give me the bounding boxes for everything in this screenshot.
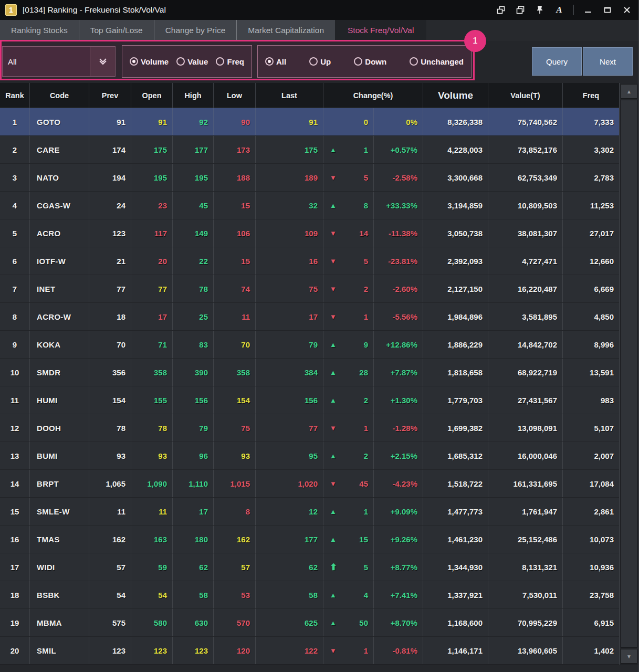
scroll-up-icon[interactable]: ▲ <box>621 84 637 99</box>
scrollbar-thumb[interactable] <box>621 100 637 648</box>
tab-stock-freq-vol-val[interactable]: Stock Freq/Vol/Val <box>335 20 426 41</box>
col-header-low[interactable]: Low <box>214 83 256 108</box>
cell-code: TMAS <box>30 526 89 553</box>
cell-prev: 57 <box>89 553 131 581</box>
radio-volume[interactable]: Volume <box>130 57 169 66</box>
cell-value: 68,922,719 <box>488 359 563 386</box>
restore-down-icon[interactable] <box>496 5 506 15</box>
cell-open: 91 <box>131 108 173 135</box>
table-row[interactable]: 5ACRO123117149106109▼14-11.38%3,050,7383… <box>0 219 620 247</box>
tab-top-gain-lose[interactable]: Top Gain/Lose <box>79 20 154 41</box>
cell-prev: 77 <box>89 275 131 302</box>
chevron-down-icon[interactable] <box>90 47 115 76</box>
cell-code: NATO <box>30 164 89 191</box>
cell-change: 15 <box>341 526 374 553</box>
cell-open: 23 <box>131 192 173 219</box>
radio-value[interactable]: Value <box>176 57 208 66</box>
pin-icon[interactable] <box>535 5 545 15</box>
cell-freq: 3,302 <box>563 136 620 163</box>
col-header-high[interactable]: High <box>173 83 214 108</box>
ranking-table: Rank Code Prev Open High Low Last Change… <box>0 83 638 665</box>
table-row[interactable]: 9KOKA7071837079▲9+12.86%1,886,22914,842,… <box>0 331 620 359</box>
cell-high: 22 <box>173 247 214 275</box>
cell-change-pct: -2.58% <box>374 164 423 191</box>
cell-change: 5 <box>341 553 374 581</box>
table-row[interactable]: 4CGAS-W2423451532▲8+33.33%3,194,85910,80… <box>0 192 620 219</box>
table-row[interactable]: 1GOTO919192909100%8,326,33875,740,5627,3… <box>0 108 620 136</box>
table-row[interactable]: 14BRPT1,0651,0901,1101,0151,020▼45-4.23%… <box>0 470 620 498</box>
cell-value: 62,753,349 <box>488 164 563 191</box>
col-header-volume[interactable]: Volume <box>423 83 488 108</box>
table-row[interactable]: 10SMDR356358390358384▲28+7.87%1,818,6586… <box>0 359 620 386</box>
cell-last: 16 <box>256 247 323 275</box>
radio-freq[interactable]: Freq <box>216 57 244 66</box>
cascade-windows-icon[interactable] <box>515 5 526 15</box>
cell-change: 5 <box>341 247 374 275</box>
radio-all[interactable]: All <box>265 57 286 66</box>
radio-unchanged[interactable]: Unchanged <box>410 57 464 66</box>
table-row[interactable]: 18BSBK5454585358▲4+7.41%1,337,9217,530,0… <box>0 581 620 609</box>
cell-prev: 356 <box>89 359 131 386</box>
col-header-change[interactable]: Change(%) <box>323 83 423 108</box>
cell-freq: 23,758 <box>563 581 620 608</box>
col-header-value[interactable]: Value(T) <box>488 83 563 108</box>
table-row[interactable]: 19MBMA575580630570625▲50+8.70%1,168,6007… <box>0 609 620 637</box>
cell-rank: 6 <box>0 247 30 275</box>
col-header-rank[interactable]: Rank <box>0 83 30 108</box>
radio-circle-icon <box>130 57 138 66</box>
cell-change-pct: +7.41% <box>374 581 423 608</box>
table-row[interactable]: 16TMAS162163180162177▲15+9.26%1,461,2302… <box>0 526 620 553</box>
cell-high: 177 <box>173 136 214 163</box>
maximize-icon[interactable] <box>602 5 613 15</box>
col-header-freq[interactable]: Freq <box>563 83 620 108</box>
cell-freq: 2,783 <box>563 164 620 191</box>
cell-rank: 18 <box>0 581 30 608</box>
cell-volume: 1,461,230 <box>423 526 488 553</box>
cell-change-pct: +7.87% <box>374 359 423 386</box>
stock-filter-dropdown[interactable]: All <box>2 46 116 77</box>
scroll-down-icon[interactable]: ▼ <box>621 649 637 664</box>
col-header-prev[interactable]: Prev <box>89 83 131 108</box>
tab-change-by-price[interactable]: Change by Price <box>154 20 237 41</box>
up-arrow-icon: ▲ <box>323 359 341 386</box>
radio-label: Volume <box>141 57 169 66</box>
table-row[interactable]: 15SMLE-W111117812▲1+9.09%1,477,7731,761,… <box>0 498 620 526</box>
titlebar-icons: A <box>496 5 632 15</box>
table-row[interactable]: 12DOOH7878797577▼1-1.28%1,699,38213,098,… <box>0 414 620 442</box>
cell-volume: 1,518,722 <box>423 470 488 497</box>
close-icon[interactable] <box>622 5 632 15</box>
cell-value: 73,852,176 <box>488 136 563 163</box>
cell-rank: 3 <box>0 164 30 191</box>
table-row[interactable]: 11HUMI154155156154156▲2+1.30%1,779,70327… <box>0 386 620 414</box>
tab-ranking-stocks[interactable]: Ranking Stocks <box>0 20 79 41</box>
radio-circle-icon <box>176 57 185 66</box>
table-row[interactable]: 13BUMI9393969395▲2+2.15%1,685,31216,000,… <box>0 442 620 470</box>
col-header-code[interactable]: Code <box>30 83 89 108</box>
window-title: [0134] Ranking - Frekuensi Stok/Vol/Val <box>23 5 166 15</box>
table-row[interactable]: 20SMIL123123123120122▼1-0.81%1,146,17113… <box>0 637 620 665</box>
up-arrow-icon: ▲ <box>323 192 341 219</box>
table-row[interactable]: 3NATO194195195188189▼5-2.58%3,300,66862,… <box>0 164 620 192</box>
col-header-last[interactable]: Last <box>256 83 323 108</box>
vertical-scrollbar[interactable]: ▲ ▼ <box>619 83 638 665</box>
radio-down[interactable]: Down <box>354 57 386 66</box>
cell-code: IOTF-W <box>30 247 89 275</box>
tab-market-capitalization[interactable]: Market Capitalization <box>236 20 335 41</box>
cell-open: 155 <box>131 386 173 414</box>
font-icon[interactable]: A <box>554 5 564 15</box>
table-row[interactable]: 6IOTF-W2120221516▼5-23.81%2,392,0934,727… <box>0 247 620 275</box>
cell-last: 625 <box>256 609 323 636</box>
query-button[interactable]: Query <box>532 47 582 76</box>
minimize-icon[interactable] <box>583 5 593 15</box>
cell-value: 75,740,562 <box>488 108 563 135</box>
col-header-open[interactable]: Open <box>131 83 173 108</box>
table-row[interactable]: 17WIDI5759625762⬆5+8.77%1,344,9308,131,3… <box>0 553 620 581</box>
table-row[interactable]: 2CARE174175177173175▲1+0.57%4,228,00373,… <box>0 136 620 164</box>
cell-value: 14,842,702 <box>488 331 563 358</box>
radio-up[interactable]: Up <box>309 57 331 66</box>
cell-change-pct: +9.09% <box>374 498 423 525</box>
table-row[interactable]: 8ACRO-W1817251117▼1-5.56%1,984,8963,581,… <box>0 303 620 331</box>
next-button[interactable]: Next <box>583 47 633 76</box>
table-row[interactable]: 7INET7777787475▼2-2.60%2,127,15016,220,4… <box>0 275 620 303</box>
cell-volume: 1,886,229 <box>423 331 488 358</box>
